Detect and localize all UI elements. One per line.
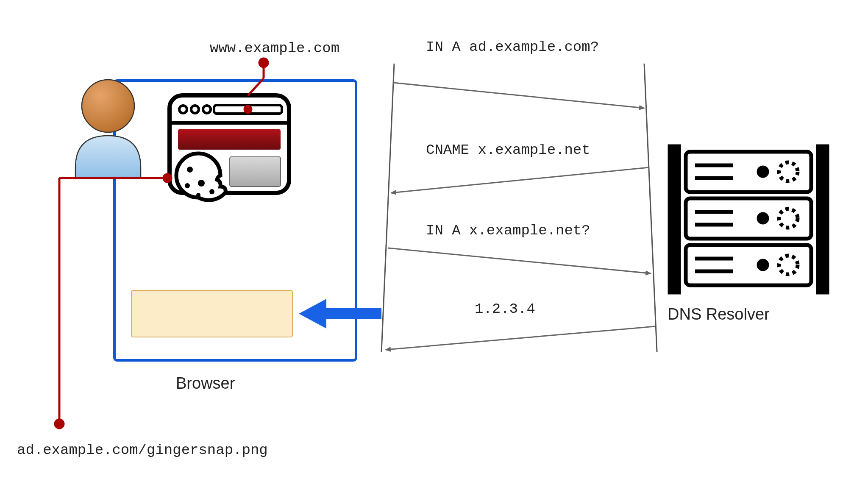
svg-point-28 (759, 167, 767, 176)
svg-point-20 (164, 174, 171, 182)
arrow-q1 (393, 83, 644, 108)
svg-rect-7 (178, 129, 281, 150)
browser-window-icon (170, 95, 289, 200)
server-rack-icon (670, 146, 827, 292)
svg-rect-23 (670, 146, 679, 292)
svg-marker-22 (299, 299, 381, 329)
lifeline-left (381, 64, 394, 352)
svg-point-29 (779, 162, 798, 181)
svg-point-39 (779, 256, 798, 274)
arrow-r1 (391, 167, 648, 193)
svg-rect-24 (818, 146, 827, 292)
user-icon (75, 80, 141, 178)
svg-point-21 (55, 420, 64, 428)
svg-point-0 (82, 80, 134, 132)
svg-point-13 (196, 193, 200, 197)
svg-point-11 (185, 183, 190, 188)
svg-point-9 (187, 167, 193, 173)
svg-rect-35 (686, 245, 811, 285)
arrow-r2 (386, 326, 655, 350)
big-arrow-icon (299, 299, 381, 329)
diagram-svg (0, 0, 868, 493)
dns-result-note (131, 290, 292, 337)
svg-point-33 (759, 214, 767, 223)
svg-point-10 (198, 180, 205, 187)
svg-rect-25 (686, 152, 811, 192)
svg-point-17 (245, 106, 251, 113)
svg-point-34 (779, 209, 798, 228)
svg-point-38 (759, 261, 767, 269)
diagram-stage: www.example.com IN A ad.example.com? CNA… (0, 0, 868, 493)
svg-point-16 (259, 58, 268, 67)
svg-rect-8 (230, 157, 281, 187)
lifeline-right (644, 64, 657, 352)
arrow-q2 (388, 248, 651, 273)
svg-rect-30 (686, 198, 811, 239)
svg-point-12 (209, 189, 214, 194)
